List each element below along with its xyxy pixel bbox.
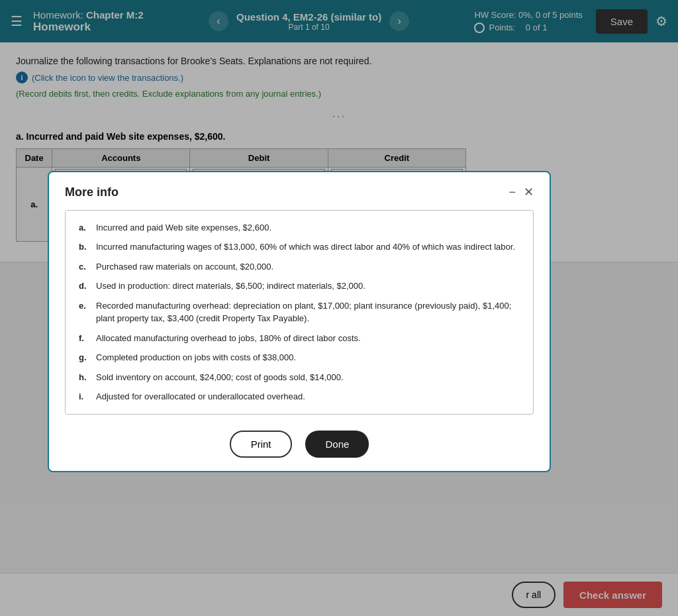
modal-overlay: More info − ✕ a.Incurred and paid Web si… (0, 0, 678, 262)
item-text: Purchased raw materials on account, $20,… (96, 260, 273, 263)
item-text: Incurred manufacturing wages of $13,000,… (96, 240, 515, 254)
item-label: b. (79, 240, 89, 254)
modal-close-button[interactable]: ✕ (524, 186, 534, 198)
modal-list-item: a.Incurred and paid Web site expenses, $… (79, 221, 520, 234)
modal-body: a.Incurred and paid Web site expenses, $… (65, 210, 534, 263)
modal-minimize-button[interactable]: − (508, 186, 516, 198)
item-label: c. (79, 260, 89, 263)
modal-list-item: b.Incurred manufacturing wages of $13,00… (79, 240, 520, 254)
modal-header: More info − ✕ (65, 185, 534, 199)
item-label: a. (79, 221, 89, 234)
more-info-modal: More info − ✕ a.Incurred and paid Web si… (48, 171, 551, 263)
modal-list-item: c.Purchased raw materials on account, $2… (79, 260, 520, 263)
item-text: Incurred and paid Web site expenses, $2,… (96, 221, 271, 234)
modal-controls: − ✕ (508, 186, 534, 198)
modal-title: More info (65, 185, 119, 199)
modal-list: a.Incurred and paid Web site expenses, $… (79, 221, 520, 263)
